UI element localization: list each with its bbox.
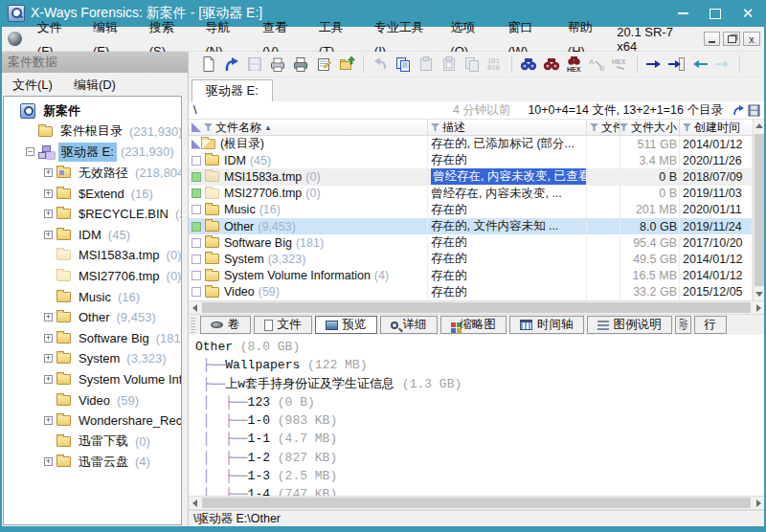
table-row[interactable]: Software Big(181)存在的95.4 GB2017/10/20 bbox=[189, 234, 753, 251]
filter-icon[interactable] bbox=[204, 123, 213, 131]
mode-tab[interactable]: 预览 bbox=[315, 316, 377, 334]
tree-item[interactable]: +$RECYCLE.BIN(2) bbox=[4, 204, 181, 225]
row-checkbox[interactable] bbox=[192, 222, 201, 232]
filter-icon[interactable] bbox=[683, 123, 691, 131]
tree-expander-icon[interactable]: + bbox=[44, 189, 53, 198]
mode-tab[interactable]: 时间轴 bbox=[509, 316, 584, 334]
case-menu-item[interactable]: 文件(L) bbox=[2, 73, 63, 97]
tree-expander-icon[interactable]: − bbox=[26, 147, 34, 156]
scrollbar-thumb[interactable] bbox=[755, 134, 764, 286]
tree-expander-icon[interactable]: + bbox=[44, 210, 53, 218]
table-row[interactable]: MSI27706.tmp(0)曾经存在, 内容未改变, ...0 B2019/1… bbox=[189, 186, 753, 202]
mode-tab[interactable]: 同步 bbox=[675, 316, 691, 334]
row-checkbox[interactable] bbox=[192, 156, 201, 166]
scroll-left-icon[interactable] bbox=[189, 497, 200, 509]
column-header-created[interactable]: 创建时间 bbox=[680, 120, 753, 135]
tree-item[interactable]: Music(16) bbox=[4, 286, 181, 307]
column-header-name[interactable]: 文件名称▲ bbox=[189, 120, 428, 135]
tree-expander-icon[interactable]: + bbox=[44, 457, 53, 466]
vertical-scrollbar[interactable] bbox=[753, 120, 764, 300]
tree-expander-icon[interactable]: + bbox=[44, 231, 53, 239]
row-checkbox[interactable] bbox=[192, 188, 201, 198]
mode-tab[interactable]: 图例说明 bbox=[587, 316, 672, 334]
copy-icon[interactable] bbox=[393, 54, 414, 75]
tree-item[interactable]: +Wondershare_Recovery bbox=[4, 410, 181, 432]
scroll-right-icon[interactable] bbox=[753, 497, 764, 509]
save-list-icon[interactable] bbox=[748, 104, 761, 117]
tree-item[interactable]: 案件根目录(231,930) bbox=[4, 122, 181, 143]
tree-item[interactable]: +System(3,323) bbox=[4, 348, 181, 369]
properties-icon[interactable] bbox=[313, 54, 334, 75]
minimize-button[interactable] bbox=[666, 2, 699, 25]
case-menu-item[interactable]: 编辑(D) bbox=[63, 73, 126, 97]
preview-horizontal-scrollbar[interactable] bbox=[189, 496, 764, 510]
drag-handle[interactable] bbox=[191, 318, 195, 333]
mode-tab[interactable]: 文件 bbox=[254, 316, 312, 334]
column-header-type[interactable]: 文件类型 bbox=[587, 120, 620, 135]
mode-tab[interactable]: 行 bbox=[694, 316, 728, 334]
column-header-size[interactable]: 文件大小 bbox=[620, 120, 680, 135]
table-row[interactable]: Other(9,453)存在的, 文件内容未知 ...8.0 GB2019/11… bbox=[189, 218, 753, 234]
mode-tab[interactable]: 缩略图 bbox=[440, 316, 507, 334]
row-checkbox[interactable] bbox=[192, 172, 201, 182]
filter-icon[interactable] bbox=[620, 123, 628, 131]
list-horizontal-scrollbar[interactable] bbox=[189, 300, 764, 315]
table-row[interactable]: System Volume Information(4)存在的16.5 MB20… bbox=[189, 268, 753, 284]
tree-item[interactable]: Video(59) bbox=[4, 389, 181, 410]
tab-drive-e[interactable]: 驱动器 E: bbox=[192, 79, 273, 101]
tree-item[interactable]: +System Volume Information bbox=[4, 369, 181, 390]
tree-item[interactable]: 迅雷下载(0) bbox=[4, 432, 181, 453]
row-checkbox[interactable] bbox=[192, 205, 201, 214]
filter-icon[interactable] bbox=[431, 123, 439, 131]
table-row[interactable]: System(3,323)存在的49.5 GB2014/01/12 bbox=[189, 251, 753, 267]
filter-icon[interactable] bbox=[590, 123, 598, 131]
mode-tab[interactable]: 卷 bbox=[200, 316, 251, 334]
jump-arrow-icon[interactable] bbox=[732, 104, 746, 117]
table-row[interactable]: MSI1583a.tmp(0)曾经存在, 内容未改变, 已查看0 B2018/0… bbox=[189, 168, 753, 185]
mdi-restore-button[interactable] bbox=[723, 32, 740, 46]
tree-item[interactable]: +$Extend(16) bbox=[4, 183, 181, 204]
table-row[interactable]: Video(59)存在的33.2 GB2015/12/05 bbox=[189, 284, 753, 300]
mdi-close-button[interactable]: x bbox=[743, 32, 760, 46]
scroll-up-icon[interactable] bbox=[754, 120, 765, 132]
table-row[interactable]: (根目录)存在的, 已添加标记 (部分...511 GB2014/01/12 bbox=[189, 136, 753, 152]
export-up-icon[interactable] bbox=[336, 54, 357, 75]
tree-expander-icon[interactable]: + bbox=[44, 313, 53, 321]
goto-icon[interactable] bbox=[643, 54, 665, 75]
maximize-button[interactable] bbox=[699, 2, 732, 25]
open-icon[interactable] bbox=[221, 54, 242, 75]
scroll-down-icon[interactable] bbox=[754, 288, 765, 300]
tree-item[interactable]: +无效路径(218,804) bbox=[4, 163, 181, 184]
table-row[interactable]: Music(16)存在的201 MB2020/01/11 bbox=[189, 202, 753, 218]
goto-end-icon[interactable] bbox=[666, 54, 687, 75]
mdi-minimize-button[interactable] bbox=[704, 32, 721, 46]
tree-item[interactable]: 新案件 bbox=[4, 100, 181, 122]
tree-item[interactable]: +Software Big(181) bbox=[4, 328, 181, 349]
tree-item[interactable]: +Other(9,453) bbox=[4, 307, 181, 328]
tree-item[interactable]: −驱动器 E:(231,930) bbox=[4, 142, 181, 163]
tree-item[interactable]: MSI1583a.tmp(0) bbox=[4, 245, 181, 266]
table-row[interactable]: IDM(45)存在的3.4 MB2020/11/26 bbox=[189, 152, 753, 168]
back-icon[interactable] bbox=[689, 54, 710, 75]
tree-expander-icon[interactable]: + bbox=[44, 334, 53, 343]
system-menu-icon[interactable] bbox=[8, 32, 22, 46]
row-checkbox[interactable] bbox=[192, 255, 201, 264]
close-button[interactable]: ✕ bbox=[732, 2, 764, 25]
scroll-right-icon[interactable] bbox=[753, 301, 764, 314]
tree-item[interactable]: +IDM(45) bbox=[4, 225, 181, 246]
tree-expander-icon[interactable]: + bbox=[44, 375, 53, 384]
tree-expander-icon[interactable]: + bbox=[44, 354, 53, 363]
column-header-desc[interactable]: 描述 bbox=[428, 120, 587, 135]
simultaneous-search-icon[interactable] bbox=[541, 54, 562, 75]
scrollbar-thumb[interactable] bbox=[202, 498, 751, 508]
find-icon[interactable] bbox=[518, 54, 539, 75]
hex-find-icon[interactable]: HEX bbox=[564, 54, 585, 75]
scroll-left-icon[interactable] bbox=[189, 301, 200, 314]
print-icon[interactable] bbox=[290, 54, 311, 75]
tree-expander-icon[interactable]: + bbox=[44, 168, 53, 177]
tree-item[interactable]: +迅雷云盘(4) bbox=[4, 452, 181, 473]
tree-expander-icon[interactable]: + bbox=[44, 416, 53, 425]
new-file-icon[interactable] bbox=[198, 54, 219, 75]
tree-item[interactable]: MSI27706.tmp(0) bbox=[4, 266, 181, 287]
row-checkbox[interactable] bbox=[192, 287, 201, 297]
